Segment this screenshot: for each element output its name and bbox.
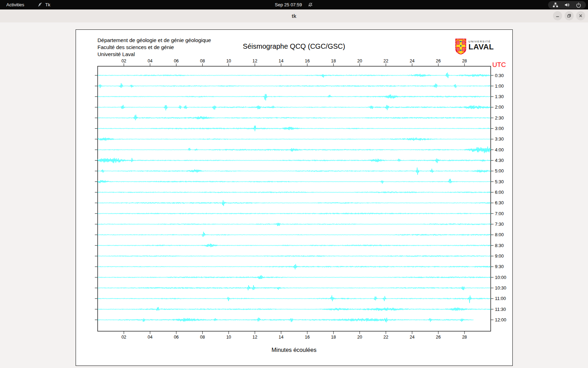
x-tick-label-bottom: 22 bbox=[383, 335, 388, 340]
maximize-button[interactable] bbox=[565, 11, 574, 20]
minimize-button[interactable] bbox=[553, 11, 562, 20]
x-tick-label-top: 12 bbox=[252, 59, 257, 63]
utc-time-label: 12:00 bbox=[495, 317, 506, 322]
utc-time-label: 2:00 bbox=[495, 104, 504, 110]
utc-time-label: 6:30 bbox=[495, 200, 504, 205]
wired-network-icon bbox=[553, 2, 558, 8]
seismogram-trace bbox=[98, 318, 474, 322]
x-tick-label-top: 02 bbox=[121, 59, 126, 63]
utc-time-label: 7:30 bbox=[495, 222, 504, 227]
close-button[interactable] bbox=[576, 11, 585, 20]
seismogram-trace bbox=[98, 138, 491, 141]
x-tick-label-bottom: 14 bbox=[279, 335, 284, 340]
minimize-icon bbox=[555, 13, 560, 19]
clock-button[interactable]: Sep 25 07:59 bbox=[275, 2, 313, 7]
app-menu[interactable]: Tk bbox=[37, 2, 50, 7]
seismogram-trace bbox=[98, 168, 491, 175]
utc-time-label: 5:30 bbox=[495, 179, 504, 184]
utc-time-label: 4:30 bbox=[495, 158, 504, 163]
app-menu-label: Tk bbox=[45, 2, 50, 7]
x-tick-label-top: 18 bbox=[331, 59, 336, 63]
gnome-top-bar: Activities Tk Sep 25 07:59 bbox=[0, 0, 588, 9]
x-tick-label-bottom: 02 bbox=[121, 335, 126, 340]
utc-time-label: 1:30 bbox=[495, 94, 504, 99]
x-tick-label-bottom: 18 bbox=[331, 335, 336, 340]
x-tick-label-top: 06 bbox=[174, 59, 178, 63]
x-tick-label-top: 24 bbox=[410, 59, 414, 63]
notifications-muted-icon bbox=[308, 2, 313, 7]
seismogram-trace bbox=[98, 295, 491, 303]
window-titlebar[interactable]: tk bbox=[0, 9, 588, 23]
utc-time-label: 10:00 bbox=[495, 275, 506, 280]
power-icon bbox=[576, 2, 581, 8]
plot-frame bbox=[98, 66, 491, 331]
plot-svg: 0202040406060808101012121414161618182020… bbox=[76, 30, 513, 366]
x-tick-label-bottom: 24 bbox=[410, 335, 414, 340]
seismogram-trace bbox=[98, 244, 491, 247]
x-axis-title: Minutes écoulées bbox=[98, 347, 491, 353]
utc-time-label: 6:00 bbox=[495, 190, 504, 195]
x-tick-label-top: 10 bbox=[226, 59, 231, 63]
utc-time-label: 0:30 bbox=[495, 73, 504, 78]
x-tick-label-bottom: 10 bbox=[226, 335, 231, 340]
seismogram-trace bbox=[98, 83, 491, 88]
utc-time-label: 10:30 bbox=[495, 285, 506, 291]
utc-time-label: 11:30 bbox=[495, 307, 506, 312]
x-tick-label-bottom: 12 bbox=[252, 335, 257, 340]
utc-time-label: 9:00 bbox=[495, 253, 504, 259]
x-tick-label-bottom: 26 bbox=[436, 335, 441, 340]
utc-time-label: 3:00 bbox=[495, 126, 504, 131]
x-tick-label-top: 20 bbox=[357, 59, 362, 63]
x-tick-label-top: 04 bbox=[147, 59, 152, 63]
clock-label: Sep 25 07:59 bbox=[275, 2, 302, 7]
utc-time-label: 8:00 bbox=[495, 232, 504, 237]
tk-feather-icon bbox=[37, 2, 43, 7]
window-title: tk bbox=[292, 13, 296, 19]
seismogram-trace bbox=[98, 223, 491, 226]
seismogram-trace bbox=[98, 94, 491, 100]
system-tray[interactable] bbox=[548, 1, 586, 9]
utc-time-label: 2:30 bbox=[495, 115, 504, 121]
x-tick-label-top: 28 bbox=[462, 59, 467, 63]
utc-time-label: 4:00 bbox=[495, 147, 504, 152]
utc-time-label: 8:30 bbox=[495, 243, 504, 248]
seismogram-trace bbox=[98, 105, 491, 110]
utc-time-label: 9:30 bbox=[495, 264, 504, 269]
x-tick-label-top: 22 bbox=[383, 59, 388, 63]
utc-time-label: 11:00 bbox=[495, 296, 506, 301]
x-tick-label-top: 08 bbox=[200, 59, 205, 63]
seismogram-trace bbox=[98, 115, 491, 120]
x-tick-label-bottom: 08 bbox=[200, 335, 205, 340]
volume-icon bbox=[564, 2, 570, 8]
utc-time-label: 7:00 bbox=[495, 211, 504, 216]
x-tick-label-top: 16 bbox=[304, 59, 309, 63]
x-tick-label-bottom: 16 bbox=[304, 335, 309, 340]
close-icon bbox=[578, 13, 583, 19]
seismogram-trace bbox=[98, 264, 491, 270]
seismogram-trace bbox=[98, 200, 491, 206]
x-tick-label-bottom: 28 bbox=[462, 335, 467, 340]
x-tick-label-top: 26 bbox=[436, 59, 441, 63]
activities-button[interactable]: Activities bbox=[6, 2, 24, 7]
seismogram-trace bbox=[98, 179, 491, 184]
seismogram-trace bbox=[98, 213, 491, 214]
utc-time-label: 3:30 bbox=[495, 136, 504, 142]
seismogram-trace bbox=[98, 158, 491, 163]
seismogram-trace bbox=[98, 125, 491, 131]
restore-icon bbox=[566, 13, 572, 19]
x-tick-label-bottom: 06 bbox=[174, 335, 178, 340]
seismogram-trace bbox=[98, 232, 491, 237]
seismogram-trace bbox=[98, 275, 491, 279]
utc-time-label: 1:00 bbox=[495, 83, 504, 89]
window-content: Département de géologie et de génie géol… bbox=[0, 22, 588, 368]
seismogram-trace bbox=[98, 192, 491, 193]
seismogram-trace bbox=[98, 146, 491, 153]
seismogram-trace bbox=[98, 285, 491, 290]
x-tick-label-top: 14 bbox=[279, 59, 284, 63]
seismograph-canvas: Département de géologie et de génie géol… bbox=[76, 29, 513, 366]
seismogram-trace bbox=[98, 73, 491, 78]
seismogram-trace bbox=[98, 255, 491, 257]
utc-time-label: 5:00 bbox=[495, 168, 504, 173]
x-tick-label-bottom: 04 bbox=[147, 335, 152, 340]
utc-label: UTC bbox=[492, 61, 506, 69]
